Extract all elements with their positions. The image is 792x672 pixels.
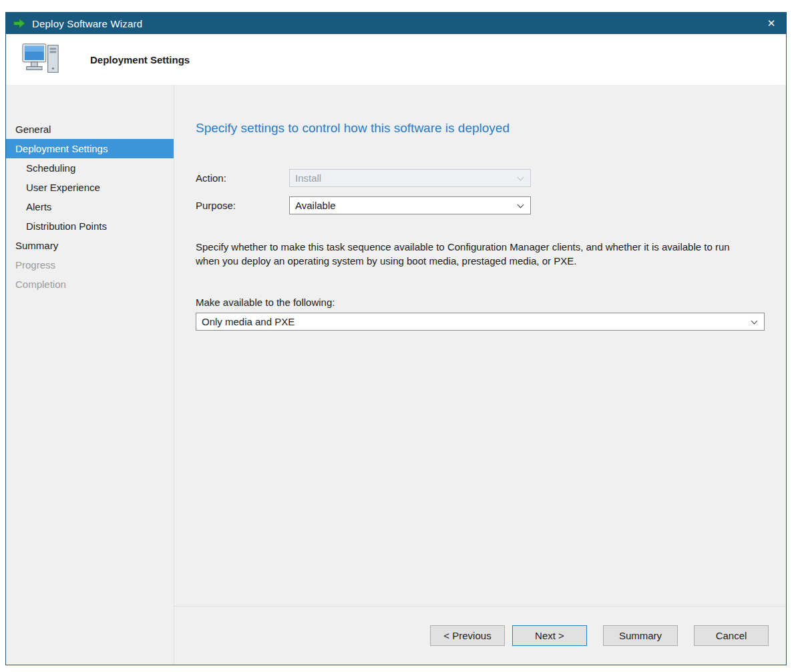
- nav-item-alerts[interactable]: Alerts: [6, 197, 174, 216]
- page-title: Deployment Settings: [90, 54, 190, 65]
- action-field-row: Action: Install: [196, 169, 765, 187]
- titlebar[interactable]: Deploy Software Wizard ✕: [6, 13, 786, 34]
- purpose-dropdown-value: Available: [295, 200, 336, 211]
- close-icon[interactable]: ✕: [757, 13, 786, 34]
- purpose-field-row: Purpose: Available: [196, 196, 765, 214]
- chevron-down-icon: [518, 174, 524, 181]
- action-label: Action:: [196, 172, 289, 184]
- summary-button[interactable]: Summary: [603, 625, 678, 646]
- make-available-dropdown-value: Only media and PXE: [202, 316, 294, 327]
- wizard-main-pane: Specify settings to control how this sof…: [174, 85, 786, 665]
- make-available-dropdown[interactable]: Only media and PXE: [196, 313, 765, 331]
- description-text: Specify whether to make this task sequen…: [196, 240, 737, 269]
- wizard-body: General Deployment Settings Scheduling U…: [6, 85, 786, 665]
- purpose-label: Purpose:: [196, 200, 289, 211]
- deploy-software-wizard-dialog: Deploy Software Wizard ✕ Deployment Sett…: [5, 12, 787, 665]
- make-available-label: Make available to the following:: [196, 297, 765, 308]
- window-title: Deploy Software Wizard: [32, 18, 757, 29]
- nav-item-completion: Completion: [6, 275, 174, 294]
- next-button[interactable]: Next >: [512, 625, 587, 646]
- wizard-arrow-icon: [13, 17, 26, 30]
- deployment-settings-content: Specify settings to control how this sof…: [174, 85, 786, 606]
- nav-item-user-experience[interactable]: User Experience: [6, 178, 174, 197]
- nav-item-progress: Progress: [6, 255, 174, 275]
- nav-item-distribution-points[interactable]: Distribution Points: [6, 216, 174, 236]
- previous-button[interactable]: < Previous: [430, 625, 505, 646]
- action-dropdown-value: Install: [295, 172, 321, 184]
- content-heading: Specify settings to control how this sof…: [196, 121, 765, 136]
- action-dropdown: Install: [289, 169, 531, 187]
- nav-item-deployment-settings[interactable]: Deployment Settings: [6, 139, 174, 158]
- chevron-down-icon: [751, 317, 758, 324]
- cancel-button[interactable]: Cancel: [694, 625, 769, 646]
- chevron-down-icon: [518, 202, 524, 208]
- nav-item-summary[interactable]: Summary: [6, 236, 174, 255]
- nav-item-scheduling[interactable]: Scheduling: [6, 158, 174, 178]
- nav-item-general[interactable]: General: [6, 120, 174, 139]
- wizard-footer: < Previous Next > Summary Cancel: [174, 606, 786, 665]
- purpose-dropdown[interactable]: Available: [289, 196, 531, 214]
- computer-icon: [21, 40, 62, 79]
- wizard-nav: General Deployment Settings Scheduling U…: [6, 85, 174, 665]
- wizard-header: Deployment Settings: [6, 34, 786, 85]
